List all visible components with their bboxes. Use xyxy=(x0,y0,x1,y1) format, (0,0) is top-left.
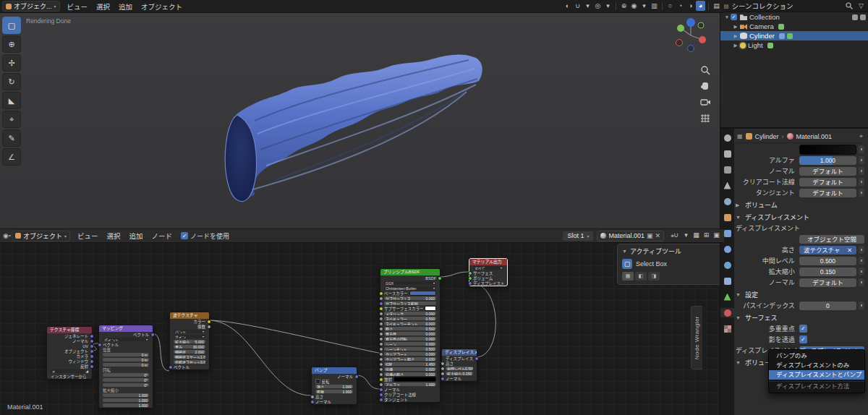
expand-arrow-icon[interactable]: ▶ xyxy=(732,24,739,30)
value-拡大縮小[interactable]: 0.150 xyxy=(799,268,856,276)
outliner-row-collection[interactable]: ▼✓Collection xyxy=(720,12,868,22)
node-value-field[interactable]: 位相オフセット0.000 xyxy=(174,360,205,364)
node-value-field[interactable]: 強さ1.000 xyxy=(315,385,353,389)
use-nodes-toggle[interactable]: ✓ ノードを使用 xyxy=(181,231,229,241)
menu-item-1[interactable]: ディスプレイスメントのみ xyxy=(769,361,864,370)
navigation-gizmo[interactable] xyxy=(671,15,711,56)
output-socket[interactable] xyxy=(90,364,94,369)
outliner-row-cylinder[interactable]: ▶Cylinder xyxy=(720,31,868,40)
expand-arrow-icon[interactable]: ▶ xyxy=(732,43,739,48)
input-socket[interactable] xyxy=(379,332,383,336)
input-socket[interactable] xyxy=(379,307,383,311)
output-socket[interactable] xyxy=(90,354,94,359)
snap-magnet-icon[interactable]: ∪ xyxy=(671,230,681,240)
node-wave[interactable]: 波テクスチャカラー係数バンド▾サイン▾拡大縮小5.000歪み30.000細密度2… xyxy=(169,312,210,370)
node-value-field[interactable]: IOR1.450 xyxy=(384,362,436,367)
keyframe-dot-button[interactable] xyxy=(859,278,864,286)
viewport-menu-0[interactable]: ビュー xyxy=(63,1,93,12)
node-value-field[interactable]: 異方性0.000 xyxy=(384,332,436,336)
input-socket[interactable] xyxy=(379,327,383,331)
node-disp[interactable]: ディスプレイスメントディスプレイスメント高さ中間レベル0.500拡大縮小0.15… xyxy=(441,348,477,382)
input-socket[interactable] xyxy=(379,342,383,346)
screen-toggle-icon[interactable] xyxy=(852,14,858,20)
outliner-row-camera[interactable]: ▶Camera xyxy=(720,22,868,31)
gizmo-z-axis[interactable] xyxy=(686,18,695,27)
region-split-icon[interactable]: ▣ xyxy=(712,230,721,240)
input-socket[interactable] xyxy=(379,367,383,372)
input-socket[interactable] xyxy=(468,271,472,275)
input-socket[interactable] xyxy=(379,377,383,382)
value-パスインデックス[interactable]: 0 xyxy=(799,301,856,310)
node-value-field[interactable]: 拡大縮小5.000 xyxy=(174,340,205,344)
input-socket[interactable] xyxy=(310,395,315,399)
overlay-dropdown[interactable]: ▾ xyxy=(639,1,649,11)
output-socket[interactable] xyxy=(90,344,94,348)
node-value-field[interactable]: 1.000 xyxy=(103,398,149,403)
input-socket[interactable] xyxy=(379,382,383,387)
3d-viewport[interactable]: Rendering Done xyxy=(0,12,720,228)
node-value-field[interactable]: 伝播の粗さ0.000 xyxy=(384,372,436,377)
camera-toggle-icon[interactable] xyxy=(860,14,866,20)
input-socket[interactable] xyxy=(379,352,383,356)
node-value-field[interactable]: シーンチント0.500 xyxy=(384,347,436,351)
eyedropper-icon[interactable]: ◢ xyxy=(86,369,88,373)
collection-checkbox[interactable]: ✓ xyxy=(731,14,737,20)
viewport-menu-2[interactable]: 追加 xyxy=(114,1,137,12)
input-socket[interactable] xyxy=(310,400,315,404)
object-picker-field[interactable]: ✕ xyxy=(51,369,85,374)
pan-hand-icon[interactable] xyxy=(699,80,711,92)
orientation-globe-icon[interactable]: ◐ xyxy=(563,1,572,11)
keyframe-dot-button[interactable] xyxy=(859,178,864,186)
new-material-icon[interactable]: ▣ xyxy=(647,232,653,239)
input-socket[interactable] xyxy=(379,388,383,392)
select-mode-set[interactable]: ▦ xyxy=(622,272,634,281)
section-設定[interactable]: ▼設定 xyxy=(736,290,864,299)
gizmo-y-neg[interactable] xyxy=(698,22,704,28)
snap-dropdown[interactable]: ▾ xyxy=(681,230,691,240)
shading-rendered-icon[interactable]: ◕ xyxy=(696,1,705,11)
active-tool-current[interactable]: ▢ Select Box xyxy=(622,259,718,269)
node-value-field[interactable]: 細密度2.000 xyxy=(174,350,205,354)
node-value-field[interactable]: 歪み30.000 xyxy=(174,345,205,349)
outliner-editor-icon[interactable]: ▤ xyxy=(723,3,729,9)
render-tab[interactable] xyxy=(720,133,734,142)
select-ノーマル[interactable]: デフォルト xyxy=(799,278,856,287)
input-socket[interactable] xyxy=(441,372,445,376)
editor-options-icon[interactable]: ▤ xyxy=(712,1,721,11)
node-dropdown[interactable]: Christensen-Burley▾ xyxy=(384,286,436,291)
select-クリアコート法線[interactable]: デフォルト xyxy=(799,178,856,187)
node-value-field[interactable]: シーン0.000 xyxy=(384,342,436,346)
expand-arrow-icon[interactable]: ▶ xyxy=(732,33,739,39)
wrench-icon[interactable] xyxy=(779,33,785,39)
use-nodes-checkbox[interactable]: ✓ xyxy=(181,232,188,239)
move-tool[interactable]: ✢ xyxy=(2,54,21,72)
transform-tool[interactable]: ⌖ xyxy=(2,111,21,128)
select-mode-extend[interactable]: ◧ xyxy=(635,272,647,281)
clear-icon[interactable]: ✕ xyxy=(52,369,55,374)
viewport-menu-3[interactable]: オブジェクト xyxy=(137,1,187,12)
chevron-down-icon[interactable]: ▼ xyxy=(622,249,627,254)
shading-material-icon[interactable]: ◑ xyxy=(686,1,695,11)
unlink-material-icon[interactable]: ✕ xyxy=(655,232,660,239)
scale-tool[interactable]: ◣ xyxy=(2,92,21,109)
input-socket[interactable] xyxy=(379,291,383,296)
node-value-field[interactable]: クリアコート粗さ0.030 xyxy=(384,357,436,361)
overlap-icon[interactable]: ▦ xyxy=(692,230,701,240)
node-dropdown[interactable]: バンド▾ xyxy=(174,330,205,334)
material-selector[interactable]: Material.001 ▣ ✕ xyxy=(597,231,664,241)
node-output[interactable]: マテリアル出力すべて▾サーフェスボリュームディスプレイスメント xyxy=(469,258,508,286)
input-socket[interactable] xyxy=(379,317,383,321)
input-socket[interactable] xyxy=(379,312,383,316)
output-socket[interactable] xyxy=(207,320,211,324)
menu-item-0[interactable]: バンプのみ xyxy=(769,351,864,361)
output-socket[interactable] xyxy=(90,334,94,338)
proportional-dropdown[interactable]: ▾ xyxy=(603,1,613,11)
node-value-field[interactable]: 1.000 xyxy=(103,403,149,408)
breadcrumb-material[interactable]: Material.001 xyxy=(796,133,833,140)
node-mapping[interactable]: マッピングベクトルポイント▾ベクトル位置0 m0 m0 m回転0°0°0°拡大縮… xyxy=(98,325,153,408)
gizmo-toggle-icon[interactable]: ⊕ xyxy=(619,1,629,11)
outliner-row-light[interactable]: ▶Light xyxy=(720,40,868,50)
menu-item-2[interactable]: ディスプレイスメントとバンプ xyxy=(769,370,864,380)
section-サーフェス[interactable]: ▼サーフェス xyxy=(736,313,864,322)
node-vector-field[interactable]: サブサーフェス範囲 xyxy=(384,301,436,306)
